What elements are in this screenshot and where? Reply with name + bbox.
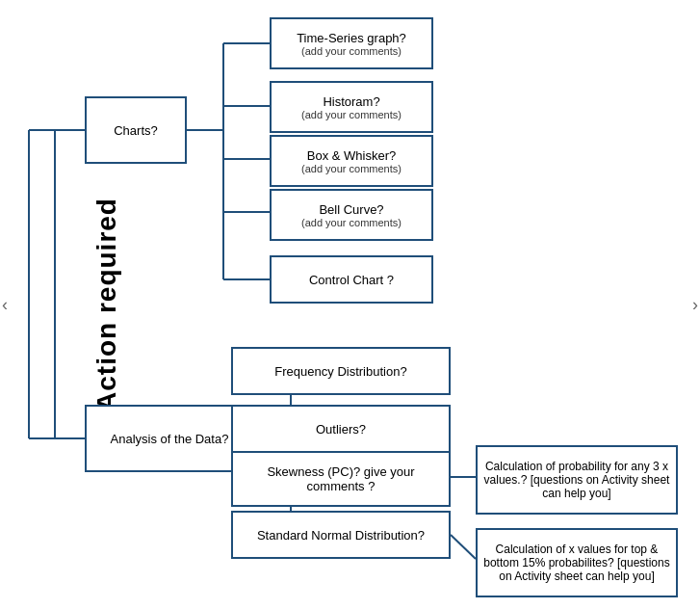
- histogram-label: Historam?: [323, 94, 379, 109]
- timeseries-sublabel: (add your comments): [301, 45, 402, 57]
- stdnormal-box[interactable]: Standard Normal Distribution?: [231, 511, 451, 559]
- freqdist-label: Frequency Distribution?: [274, 364, 406, 379]
- histogram-sublabel: (add your comments): [301, 109, 402, 120]
- analysis-label: Analysis of the Data?: [111, 432, 229, 446]
- nav-right-arrow[interactable]: ›: [692, 295, 698, 315]
- bellcurve-box[interactable]: Bell Curve? (add your comments): [270, 189, 433, 241]
- histogram-box[interactable]: Historam? (add your comments): [270, 81, 433, 133]
- action-required-label: Action required: [91, 198, 122, 411]
- calcprob-box[interactable]: Calculation of probability for any 3 x v…: [476, 445, 678, 515]
- svg-line-20: [451, 535, 476, 559]
- boxwhisker-sublabel: (add your comments): [301, 163, 402, 174]
- analysis-box[interactable]: Analysis of the Data?: [85, 405, 254, 472]
- calcxval-label: Calculation of x values for top & bottom…: [483, 543, 670, 583]
- bellcurve-label: Bell Curve?: [319, 202, 383, 217]
- controlchart-label: Control Chart ?: [309, 273, 394, 287]
- bellcurve-sublabel: (add your comments): [301, 217, 402, 228]
- diagram-container: Action required Charts? Analysis of the …: [0, 0, 700, 609]
- charts-label: Charts?: [114, 123, 158, 138]
- timeseries-box[interactable]: Time-Series graph? (add your comments): [270, 17, 433, 69]
- boxwhisker-box[interactable]: Box & Whisker? (add your comments): [270, 135, 433, 187]
- timeseries-label: Time-Series graph?: [297, 31, 406, 45]
- freqdist-box[interactable]: Frequency Distribution?: [231, 347, 451, 395]
- calcxval-box[interactable]: Calculation of x values for top & bottom…: [476, 528, 678, 597]
- outliers-box[interactable]: Outliers?: [231, 405, 451, 453]
- charts-box[interactable]: Charts?: [85, 96, 187, 164]
- stdnormal-label: Standard Normal Distribution?: [257, 528, 425, 543]
- calcprob-label: Calculation of probability for any 3 x v…: [483, 460, 670, 500]
- boxwhisker-label: Box & Whisker?: [307, 148, 396, 163]
- nav-left-arrow[interactable]: ‹: [2, 295, 8, 315]
- outliers-label: Outliers?: [316, 422, 366, 437]
- skewness-box[interactable]: Skewness (PC)? give your comments ?: [231, 451, 451, 507]
- skewness-label: Skewness (PC)? give your comments ?: [239, 464, 443, 493]
- controlchart-box[interactable]: Control Chart ?: [270, 255, 433, 304]
